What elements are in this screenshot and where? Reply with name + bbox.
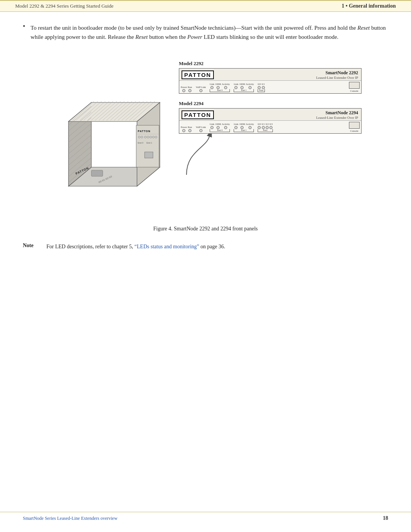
panel-2294-info: SmartNode 2294 Leased-Line Extender Over…: [316, 110, 358, 120]
voip-led-2294: [199, 129, 202, 132]
note-section: Note For LED descriptions, refer to chap…: [23, 243, 388, 251]
footer-right: 18: [383, 515, 388, 521]
svg-point-36: [139, 136, 140, 138]
model-2292-section: Model 2292 PATTON SmartNode 2292 Leased-…: [179, 61, 362, 94]
port01-col: 0/1: [262, 83, 265, 89]
bullet-dot: •: [23, 22, 25, 30]
panel-2292-header: PATTON SmartNode 2292 Leased-Line Extend…: [179, 69, 361, 81]
ports-group-2292: 0/0 0/1 Ports: [258, 83, 265, 92]
leased-line-label-2294: Leased-Line Extender Over IP: [316, 116, 358, 120]
device-3d-illustration: PATTON Enet 0 Enet 1 PATTON 0/: [61, 76, 183, 214]
ports-label-2294: Ports: [258, 129, 272, 132]
bullet-section: • To restart the unit in bootloader mode…: [23, 23, 388, 42]
panel-2292: PATTON SmartNode 2292 Leased-Line Extend…: [179, 68, 362, 94]
console-rect-2292: [349, 82, 360, 89]
voip-led-col-2294: VoIP Link: [196, 126, 206, 132]
bullet-text: To restart the unit in bootloader mode (…: [30, 23, 388, 42]
ports-label-2292: Ports: [258, 89, 265, 92]
smartnode-2292-label: SmartNode 2292: [316, 70, 358, 76]
enet0-link-led: [210, 86, 213, 89]
console-label-2294: Console: [350, 129, 358, 132]
enet1-group: Link 100M Activity: [234, 83, 254, 92]
power-led: [182, 89, 185, 92]
enet1-label: Enet 1: [234, 89, 254, 92]
note-link[interactable]: “LEDs status and monitoring”: [134, 244, 199, 249]
figure-caption: Figure 4. SmartNode 2292 and 2294 front …: [49, 226, 362, 232]
ports-leds-2292: 0/0 0/1: [258, 83, 265, 89]
port01-led-2294: [262, 126, 265, 129]
svg-text:Enet 1: Enet 1: [147, 142, 152, 144]
svg-rect-33: [145, 152, 153, 158]
header-bar: Model 2292 & 2294 Series Getting Started…: [0, 0, 411, 12]
note-text-before: For LED descriptions, refer to chapter 5…: [46, 244, 134, 249]
voip-led-col: VoIP Link: [196, 86, 206, 92]
enet0-label-2294: Enet 0: [210, 129, 230, 132]
enet1-link-col: Link: [234, 83, 238, 89]
enet0-act-led: [224, 86, 227, 89]
enet1-group-2294: Link 100M Activity: [234, 123, 254, 132]
figure-caption-prefix: Figure 4: [153, 226, 171, 232]
enet0-act-led-2294: [224, 126, 227, 129]
enet0-group: Link 100M Activity: [210, 83, 230, 92]
panel-2294-header: PATTON SmartNode 2294 Leased-Line Extend…: [179, 109, 361, 121]
figure-wrapper: PATTON Enet 0 Enet 1 PATTON 0/: [49, 53, 362, 236]
run-led: [188, 89, 191, 92]
svg-text:Enet 0: Enet 0: [138, 142, 143, 144]
note-label: Note: [23, 243, 42, 249]
connecting-arrow: [175, 129, 221, 182]
enet0-act-col: Activity: [222, 83, 230, 89]
model-2292-label: Model 2292: [179, 61, 362, 67]
port01-led: [262, 86, 265, 89]
note-text-after: on page 36.: [199, 244, 225, 249]
enet0-100m-col: 100M: [215, 83, 221, 89]
enet0-link-col: Link: [210, 83, 214, 89]
header-left: Model 2292 & 2294 Series Getting Started…: [15, 3, 113, 9]
power-label: Power: [181, 86, 187, 88]
enet1-100m-col: 100M: [239, 83, 245, 89]
voip-led: [199, 89, 202, 92]
model-2294-label: Model 2294: [179, 101, 362, 107]
model-2294-section: Model 2294 PATTON SmartNode 2294 Leased-…: [179, 101, 362, 134]
enet1-label-2294: Enet 1: [234, 129, 254, 132]
port00-led-2294: [258, 126, 261, 129]
enet0-label: Enet 0: [210, 89, 230, 92]
voip-label: VoIP Link: [196, 86, 206, 88]
footer: SmartNode Series Leased-Line Extenders o…: [0, 512, 411, 521]
svg-point-41: [153, 136, 155, 138]
header-right: 1 • General information: [342, 3, 396, 9]
run-led-2294: [188, 129, 191, 132]
port00-col: 0/0: [258, 83, 261, 89]
smartnode-2294-label: SmartNode 2294: [316, 110, 358, 116]
power-led-col: Power: [181, 86, 187, 92]
leds-2292: Power Run VoIP Link: [179, 81, 361, 93]
console-rect-2294: [349, 122, 360, 129]
enet0-group-2294: Link 100M Activity: [210, 123, 230, 132]
enet0-leds: Link 100M Activity: [210, 83, 230, 89]
enet0-link-led-2294: [210, 126, 213, 129]
port03-led-2294: [269, 126, 272, 129]
svg-point-42: [155, 136, 157, 138]
power-led-col-2294: Power: [181, 126, 187, 132]
svg-point-39: [147, 136, 149, 138]
note-text: For LED descriptions, refer to chapter 5…: [46, 243, 225, 251]
enet1-link-led-2294: [234, 126, 237, 129]
enet0-100m-led-2294: [217, 126, 220, 129]
panels-container: Model 2292 PATTON SmartNode 2292 Leased-…: [179, 61, 362, 134]
enet1-act-led-2294: [249, 126, 252, 129]
figure-caption-text: . SmartNode 2292 and 2294 front panels: [171, 226, 258, 232]
enet1-link-led: [234, 86, 237, 89]
leds-2294: Power Run VoIP Link: [179, 121, 361, 133]
enet1-100m-led: [241, 86, 244, 89]
leased-line-label-2292: Leased-Line Extender Over IP: [316, 76, 358, 80]
port00-led: [258, 86, 261, 89]
panel-2294: PATTON SmartNode 2294 Leased-Line Extend…: [179, 108, 362, 134]
panel-2292-info: SmartNode 2292 Leased-Line Extender Over…: [316, 70, 358, 80]
svg-point-37: [141, 136, 143, 138]
enet1-act-col: Activity: [246, 83, 254, 89]
enet1-act-led: [249, 86, 252, 89]
svg-text:PATTON: PATTON: [138, 130, 151, 133]
enet1-100m-led-2294: [241, 126, 244, 129]
ports-group-2294: 0/0 0/1 0/2: [258, 123, 272, 132]
console-2292: Console: [349, 82, 360, 92]
enet0-100m-led: [217, 86, 220, 89]
